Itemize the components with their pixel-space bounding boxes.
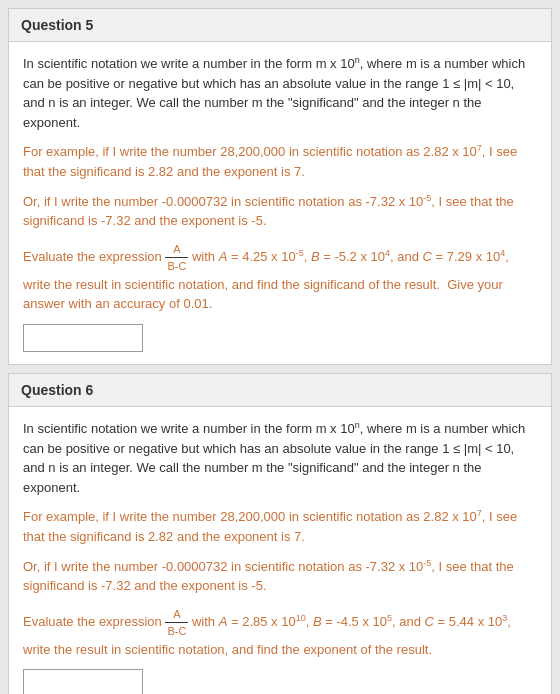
question-6-header: Question 6	[9, 374, 551, 407]
q6-evaluate: Evaluate the expression A B-C with A = 2…	[23, 606, 537, 660]
question-5-body: In scientific notation we write a number…	[9, 42, 551, 364]
question-5-header: Question 5	[9, 9, 551, 42]
question-6-body: In scientific notation we write a number…	[9, 407, 551, 694]
q6-fraction: A B-C	[165, 606, 188, 640]
q6-example1: For example, if I write the number 28,20…	[23, 507, 537, 546]
q6-example2: Or, if I write the number -0.0000732 in …	[23, 557, 537, 596]
q5-example2: Or, if I write the number -0.0000732 in …	[23, 192, 537, 231]
question-5-block: Question 5 In scientific notation we wri…	[8, 8, 552, 365]
question-6-title: Question 6	[21, 382, 93, 398]
question-6-block: Question 6 In scientific notation we wri…	[8, 373, 552, 694]
q6-answer-input[interactable]	[23, 669, 143, 694]
q5-example1: For example, if I write the number 28,20…	[23, 142, 537, 181]
question-5-title: Question 5	[21, 17, 93, 33]
q5-fraction: A B-C	[165, 241, 188, 275]
page-container: Question 5 In scientific notation we wri…	[0, 8, 560, 694]
q5-answer-input[interactable]	[23, 324, 143, 352]
q5-evaluate: Evaluate the expression A B-C with A = 4…	[23, 241, 537, 314]
q6-intro: In scientific notation we write a number…	[23, 419, 537, 497]
q5-intro: In scientific notation we write a number…	[23, 54, 537, 132]
